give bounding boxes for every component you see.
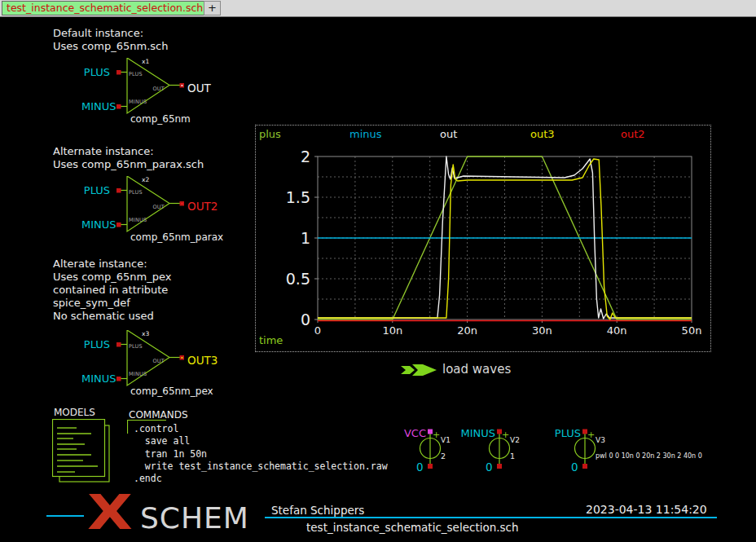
plus-terminal-mark: +: [502, 430, 509, 440]
models-icon[interactable]: [52, 419, 116, 486]
xschem-logo-x: X: [87, 489, 133, 536]
pin-name-plus: PLUS: [129, 189, 143, 196]
pin-name-out: OUT: [140, 204, 165, 210]
pin-name-out: OUT: [140, 86, 165, 92]
graph-legend: plusminusoutout3out2: [259, 128, 711, 140]
source-net-label[interactable]: VCC: [383, 427, 426, 439]
xschem-logo-text: SCHEM: [140, 504, 249, 533]
source-pwl-value: pwl 0 0 10n 0 20n 2 30n 2 40n 0: [596, 452, 702, 460]
graph-plot-area[interactable]: 010n20n30n40n50n00.511.52: [256, 126, 710, 351]
comparator-symbol-x2[interactable]: PLUS MINUS PLUS MINUS OUT x2 OUT2 comp_6…: [81, 176, 228, 245]
source-designator: V2: [510, 436, 520, 444]
symbol-name: comp_65nm_parax: [130, 231, 223, 243]
source-net-label[interactable]: PLUS: [538, 427, 581, 439]
plus-terminal-mark: +: [433, 430, 440, 440]
pin-name-plus: PLUS: [129, 343, 143, 350]
instance-designator: x3: [142, 330, 149, 337]
spice-commands-text[interactable]: .control save all tran 1n 50n write test…: [134, 423, 388, 485]
instance-2-title: Alternate instance: Uses comp_65nm_parax…: [53, 145, 204, 171]
commands-label: COMMANDS: [129, 409, 188, 421]
source-net-label[interactable]: MINUS: [452, 427, 495, 439]
x-axis-variable-label: time: [259, 334, 283, 346]
legend-item-out[interactable]: out: [440, 128, 530, 140]
models-label: MODELS: [54, 407, 95, 418]
pin-name-out: OUT: [140, 358, 165, 364]
launcher-arrow-icon: [401, 362, 440, 378]
y-tick-label: 1.5: [286, 188, 310, 206]
y-tick-label: 2: [301, 148, 310, 165]
xschem-window: test_instance_schematic_selection.sch + …: [0, 0, 756, 542]
plus-terminal-mark: +: [587, 430, 595, 440]
voltage-source-v3[interactable]: + PLUS V3 pwl 0 0 10n 0 20n 2 30n 2 40n …: [538, 427, 725, 474]
comparator-symbol-x3[interactable]: PLUS MINUS PLUS MINUS OUT x3 OUT3 comp_6…: [81, 330, 228, 399]
pin-name-minus: MINUS: [129, 217, 147, 223]
pin-name-minus: MINUS: [129, 371, 147, 377]
net-label-plus[interactable]: PLUS: [81, 338, 110, 350]
instance-designator: x1: [142, 58, 149, 65]
net-label-minus[interactable]: MINUS: [81, 372, 110, 385]
source-designator: V1: [441, 436, 451, 444]
net-label-plus[interactable]: PLUS: [81, 66, 110, 78]
net-label-out[interactable]: OUT: [187, 82, 211, 95]
source-designator: V3: [596, 436, 605, 444]
legend-item-plus[interactable]: plus: [259, 128, 349, 140]
titleblock-filename: test_instance_schematic_selection.sch: [306, 521, 519, 534]
titleblock-author: Stefan Schippers: [271, 504, 364, 517]
load-waves-launcher[interactable]: load waves: [401, 362, 547, 378]
x-tick-label: 0: [314, 324, 321, 337]
net-label-minus[interactable]: MINUS: [81, 218, 110, 231]
legend-item-out2[interactable]: out2: [621, 128, 711, 140]
net-label-out3[interactable]: OUT3: [187, 354, 218, 367]
pin-name-plus: PLUS: [129, 71, 143, 77]
comparator-symbol-x1[interactable]: PLUS MINUS PLUS MINUS OUT x1 OUT comp_65…: [81, 58, 228, 127]
instance-3-title: Alterate instance: Uses comp_65nm_pex co…: [53, 258, 171, 323]
tab-bar: test_instance_schematic_selection.sch +: [0, 0, 756, 17]
y-tick-label: 0: [301, 311, 310, 328]
legend-item-minus[interactable]: minus: [349, 128, 440, 140]
x-tick-label: 10n: [382, 324, 402, 337]
net-label-plus[interactable]: PLUS: [81, 184, 110, 196]
ground-net-label[interactable]: 0: [486, 460, 493, 474]
source-value: 2: [441, 452, 446, 460]
x-tick-label: 50n: [682, 324, 702, 337]
x-tick-label: 30n: [532, 324, 552, 337]
y-tick-label: 0.5: [286, 270, 310, 288]
x-tick-label: 40n: [607, 324, 627, 337]
y-tick-label: 1: [301, 229, 310, 247]
symbol-name: comp_65nm: [130, 113, 191, 125]
titleblock-datetime: 2023-04-13 11:54:20: [586, 503, 707, 516]
source-value: 1: [510, 452, 515, 460]
symbol-name: comp_65nm_pex: [130, 386, 213, 397]
waveform-graph[interactable]: 010n20n30n40n50n00.511.52 plusminusoutou…: [255, 125, 711, 352]
net-label-minus[interactable]: MINUS: [81, 100, 110, 112]
ground-net-label[interactable]: 0: [571, 460, 578, 474]
pin-name-minus: MINUS: [129, 99, 147, 105]
tab-active-schematic[interactable]: test_instance_schematic_selection.sch: [2, 1, 208, 15]
new-tab-button[interactable]: +: [204, 1, 221, 15]
titleblock-line-left: [46, 515, 84, 517]
legend-item-out3[interactable]: out3: [530, 128, 621, 140]
ground-net-label[interactable]: 0: [416, 460, 424, 474]
instance-designator: x2: [142, 176, 149, 183]
load-waves-label: load waves: [442, 362, 511, 377]
net-label-out2[interactable]: OUT2: [187, 200, 218, 213]
titleblock-line-main: [265, 517, 717, 518]
instance-1-title: Default instance: Uses comp_65nm.sch: [53, 27, 168, 53]
x-tick-label: 20n: [457, 324, 477, 337]
